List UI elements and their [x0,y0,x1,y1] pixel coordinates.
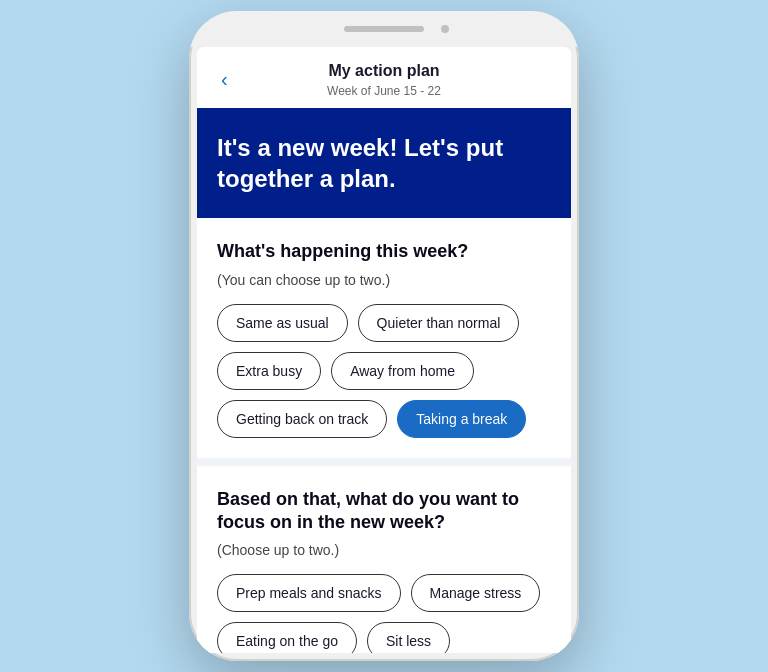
nav-bar: ‹ My action plan Week of June 15 - 22 [197,47,571,108]
chip-eating-on-the-go[interactable]: Eating on the go [217,622,357,653]
week-situation-title: What's happening this week? [217,240,551,263]
phone-notch [189,11,579,47]
chip-away-from-home[interactable]: Away from home [331,352,474,390]
focus-chips-grid: Prep meals and snacks Manage stress Eati… [217,574,551,653]
chip-manage-stress[interactable]: Manage stress [411,574,541,612]
chip-same-as-usual[interactable]: Same as usual [217,304,348,342]
chip-quieter-than-normal[interactable]: Quieter than normal [358,304,520,342]
focus-subtitle: (Choose up to two.) [217,542,551,558]
focus-title: Based on that, what do you want to focus… [217,488,551,535]
situation-chips-grid: Same as usual Quieter than normal Extra … [217,304,551,438]
nav-title-group: My action plan Week of June 15 - 22 [327,61,441,98]
phone-screen: ‹ My action plan Week of June 15 - 22 It… [197,47,571,653]
week-situation-section: What's happening this week? (You can cho… [197,218,571,465]
hero-banner: It's a new week! Let's put together a pl… [197,108,571,218]
back-button[interactable]: ‹ [213,64,236,95]
page-title: My action plan [327,61,441,82]
chip-taking-a-break[interactable]: Taking a break [397,400,526,438]
camera-dot [441,25,449,33]
chip-extra-busy[interactable]: Extra busy [217,352,321,390]
notch-pill [344,26,424,32]
focus-section: Based on that, what do you want to focus… [197,466,571,653]
chip-prep-meals[interactable]: Prep meals and snacks [217,574,401,612]
hero-text: It's a new week! Let's put together a pl… [217,132,551,194]
week-situation-subtitle: (You can choose up to two.) [217,272,551,288]
phone-shell: ‹ My action plan Week of June 15 - 22 It… [189,11,579,661]
scroll-content[interactable]: It's a new week! Let's put together a pl… [197,108,571,653]
chip-sit-less[interactable]: Sit less [367,622,450,653]
chip-getting-back-on-track[interactable]: Getting back on track [217,400,387,438]
page-subtitle: Week of June 15 - 22 [327,84,441,98]
